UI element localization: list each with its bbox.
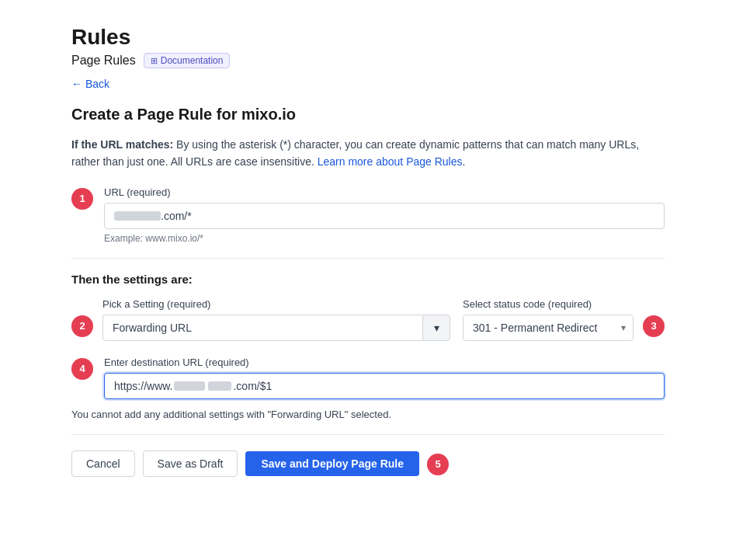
- pick-setting-wrapper: Forwarding URL Always Use HTTPS Browser …: [102, 315, 450, 341]
- pick-setting-select[interactable]: Forwarding URL Always Use HTTPS Browser …: [102, 315, 422, 341]
- url-example: Example: www.mixo.io/*: [104, 233, 665, 244]
- url-input-wrapper[interactable]: .com/*: [104, 203, 665, 229]
- divider-2: [71, 434, 665, 435]
- divider-1: [71, 258, 665, 259]
- documentation-badge[interactable]: ⊞ Documentation: [144, 53, 231, 68]
- dest-url-redacted2: [208, 381, 231, 391]
- save-draft-button[interactable]: Save as Draft: [143, 450, 238, 477]
- step4-badge: 4: [71, 358, 93, 380]
- step4-field-group: Enter destination URL (required) https:/…: [104, 357, 665, 399]
- pick-setting-arrow[interactable]: ▾: [422, 315, 450, 341]
- settings-pick-row: 2 Pick a Setting (required) Forwarding U…: [71, 298, 665, 341]
- step3-badge: 3: [643, 315, 665, 337]
- dest-url-prefix: https://www.: [114, 380, 172, 392]
- doc-icon: ⊞: [151, 56, 158, 66]
- url-redacted-part: [114, 211, 161, 221]
- step4-row: 4 Enter destination URL (required) https…: [71, 357, 665, 399]
- info-bold: If the URL matches:: [71, 138, 173, 151]
- status-code-wrapper: 301 - Permanent Redirect 302 - Temporary…: [463, 315, 634, 341]
- step1-row: 1 URL (required) .com/* Example: www.mix…: [71, 186, 665, 244]
- dest-url-label: Enter destination URL (required): [104, 357, 665, 368]
- breadcrumb-label: Page Rules: [71, 54, 136, 68]
- back-arrow-icon: ←: [71, 78, 82, 90]
- info-link[interactable]: Learn more about Page Rules: [318, 155, 463, 168]
- action-row: Cancel Save as Draft Save and Deploy Pag…: [71, 450, 665, 477]
- step1-field-group: URL (required) .com/* Example: www.mixo.…: [104, 186, 665, 244]
- dest-url-suffix: .com/$1: [233, 380, 272, 392]
- step2-field-group: Pick a Setting (required) Forwarding URL…: [102, 298, 450, 341]
- form-title: Create a Page Rule for mixo.io: [71, 106, 665, 123]
- back-label: Back: [85, 78, 109, 90]
- save-deploy-button[interactable]: Save and Deploy Page Rule: [245, 451, 419, 476]
- page-title: Rules: [71, 25, 665, 50]
- step2-badge: 2: [71, 315, 93, 337]
- step5-badge: 5: [427, 454, 449, 475]
- forwarding-notice: You cannot add any additional settings w…: [71, 409, 665, 420]
- pick-setting-label: Pick a Setting (required): [102, 298, 450, 310]
- url-field-label: URL (required): [104, 186, 665, 198]
- step3-group: Select status code (required) 301 - Perm…: [463, 298, 665, 341]
- breadcrumb-row: Page Rules ⊞ Documentation: [71, 53, 665, 68]
- doc-badge-label: Documentation: [161, 55, 224, 66]
- cancel-button[interactable]: Cancel: [71, 450, 135, 477]
- url-suffix: .com/*: [161, 210, 192, 222]
- chevron-down-icon: ▾: [434, 322, 439, 334]
- info-block: If the URL matches: By using the asteris…: [71, 136, 665, 171]
- status-code-label: Select status code (required): [463, 298, 634, 310]
- dest-url-redacted1: [174, 381, 205, 391]
- settings-label: Then the settings are:: [71, 273, 665, 286]
- step1-badge: 1: [71, 188, 93, 210]
- step3-field-group: Select status code (required) 301 - Perm…: [463, 298, 634, 341]
- back-link[interactable]: ← Back: [71, 78, 109, 90]
- status-code-select[interactable]: 301 - Permanent Redirect 302 - Temporary…: [463, 315, 634, 341]
- dest-url-input-wrapper[interactable]: https://www. .com/$1: [104, 373, 665, 399]
- page-container: Rules Page Rules ⊞ Documentation ← Back …: [34, 0, 702, 502]
- info-period: .: [463, 155, 466, 168]
- step2-group: 2 Pick a Setting (required) Forwarding U…: [71, 298, 450, 341]
